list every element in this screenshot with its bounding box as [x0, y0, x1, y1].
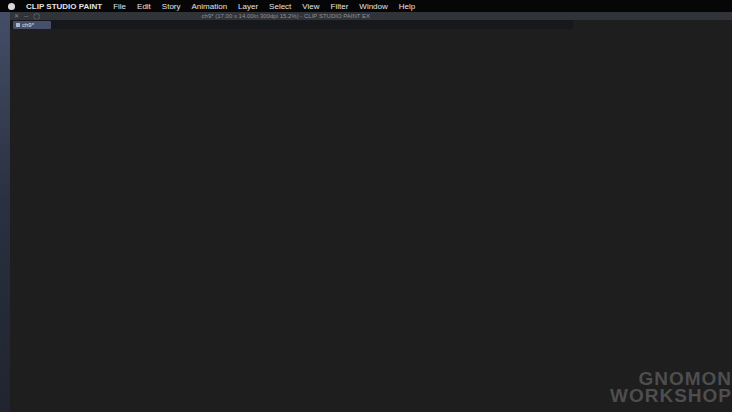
app-window [10, 12, 732, 412]
apple-icon[interactable] [8, 3, 15, 10]
menu-item-story[interactable]: Story [162, 2, 181, 11]
menu-item-view[interactable]: View [302, 2, 319, 11]
document-tab-label: ch9* [22, 21, 34, 29]
menu-item-edit[interactable]: Edit [137, 2, 151, 11]
menu-items: FileEditStoryAnimationLayerSelectViewFil… [113, 2, 415, 11]
window-title-bar[interactable] [10, 12, 732, 20]
close-icon[interactable]: ✕ [14, 12, 19, 20]
menu-item-help[interactable]: Help [399, 2, 415, 11]
document-tab-bar [10, 20, 573, 29]
menu-item-layer[interactable]: Layer [238, 2, 258, 11]
menu-item-filter[interactable]: Filter [331, 2, 349, 11]
window-title: ch9* (17.00 x 14.00in 300dpi 15.2%) - CL… [180, 12, 370, 20]
menu-app-name[interactable]: CLIP STUDIO PAINT [26, 2, 102, 11]
window-controls: ✕ ─ ◯ [14, 12, 40, 20]
document-icon [16, 23, 20, 27]
menu-item-window[interactable]: Window [359, 2, 387, 11]
menu-bar: CLIP STUDIO PAINT FileEditStoryAnimation… [0, 0, 732, 12]
maximize-icon[interactable]: ◯ [33, 12, 40, 20]
menu-item-select[interactable]: Select [269, 2, 291, 11]
menu-item-animation[interactable]: Animation [192, 2, 228, 11]
menu-item-file[interactable]: File [113, 2, 126, 11]
minimize-icon[interactable]: ─ [24, 12, 28, 20]
document-tab[interactable]: ch9* [13, 21, 51, 29]
